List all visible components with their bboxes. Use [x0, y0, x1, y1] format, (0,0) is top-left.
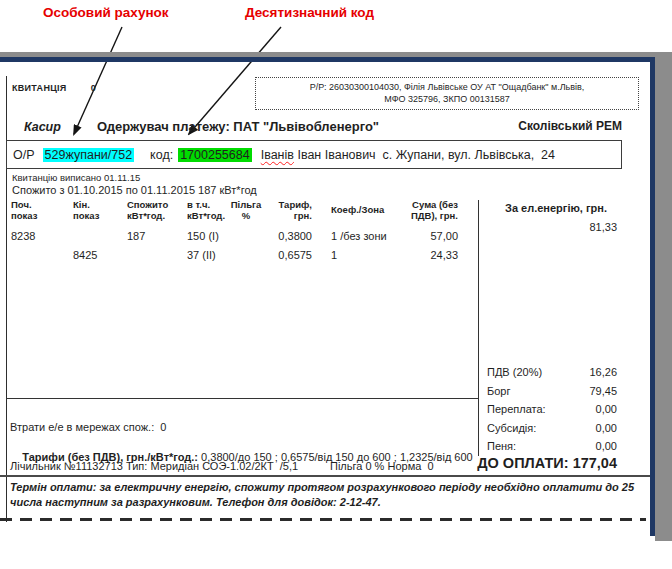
consumed-line: Спожито з 01.10.2015 по 01.11.2015 187 к… — [12, 184, 257, 196]
meter-line: Лічильник №11132713 Тип: Меридіан СОЭ-1.… — [10, 460, 298, 472]
table-vertical-divider — [478, 200, 479, 456]
bank-line1: Р/Р: 26030300104030, Філія Львівське ОУ … — [256, 82, 638, 94]
table-cell: 1 — [326, 249, 404, 268]
table-cell: 24,33 — [404, 249, 478, 268]
table-cell — [118, 249, 176, 268]
summary-block: ПДВ (20%)16,26 Борг79,45 Переплата:0,00 … — [487, 366, 617, 459]
header-vtch: в т.ч.кВт*год. — [176, 200, 226, 225]
table-bottom-rule — [6, 398, 478, 399]
header-koef-zona: Коеф./Зона — [326, 200, 404, 230]
account-number-highlight: 529жупани/752 — [43, 148, 135, 162]
header-suma: Сума (безПДВ), грн. — [404, 200, 478, 225]
table-cell: 0,6575 — [266, 249, 326, 268]
table-cell: 0,3800 — [266, 230, 326, 249]
summary-row: Переплата:0,00 — [487, 403, 617, 422]
window-frame-right-gray — [655, 52, 672, 541]
table-cell: 187 — [118, 230, 176, 249]
header-pilga: Пільга% — [226, 200, 266, 225]
branch-name: Сколівський РЕМ — [460, 119, 622, 133]
table-cell: 37 (II) — [176, 249, 226, 268]
account-prefix: О/Р — [13, 148, 35, 162]
energy-total-label: За ел.енергію, грн. — [505, 202, 607, 214]
window-frame-top-navy — [0, 57, 655, 62]
annotation-account-label: Особовий рахунок — [43, 5, 169, 20]
customer-surname: Іванів — [261, 148, 294, 162]
customer-address: Іван Іванович с. Жупани, вул. Львівська,… — [294, 148, 555, 162]
pilga-norm-line: Пільга 0 % Норма 0 — [330, 460, 434, 472]
table-cell: 57,00 — [404, 230, 478, 249]
code-label: код: — [150, 148, 173, 162]
total-due-label: ДО ОПЛАТИ: — [477, 455, 568, 471]
summary-row: ПДВ (20%)16,26 — [487, 366, 617, 385]
table-cell: 8238 — [6, 230, 64, 249]
arrow-to-account-icon — [74, 27, 122, 134]
header-taryf: Тариф,грн. — [266, 200, 326, 225]
receipt-page: Особовий рахунок Десятизначний код КВИТА… — [0, 0, 672, 569]
cut-dashed-line — [0, 518, 646, 521]
header-poch-pokaz: Поч.показ — [6, 200, 64, 225]
payment-terms-text: Термін оплати: за електричну енергію, сп… — [10, 480, 638, 509]
table-cell: 1 /без зони — [326, 230, 404, 249]
kvytantsiya-line: КВИТАНЦІЯ0 — [12, 83, 96, 93]
table-cell — [226, 230, 266, 249]
code-value-highlight: 1700255684 — [178, 148, 252, 162]
bank-details-box: Р/Р: 26030300104030, Філія Львівське ОУ … — [255, 77, 639, 110]
window-frame-right-navy — [650, 57, 655, 536]
summary-row: Борг79,45 — [487, 385, 617, 404]
customer-info: Іванів Іван Іванович с. Жупани, вул. Льв… — [261, 148, 555, 162]
header-spozhyto: СпожитокВт*год. — [118, 200, 176, 225]
issued-date-line: Квитанцію виписано 01.11.15 — [12, 172, 140, 183]
meter-table: Поч.показ Кін.показ СпожитокВт*год. в т.… — [6, 200, 478, 268]
terms-top-rule — [0, 475, 650, 477]
account-row: О/Р 529жупани/752 код: 1700255684 Іванів… — [6, 140, 622, 169]
energy-total-value: 81,33 — [500, 221, 617, 233]
table-cell — [64, 230, 118, 249]
kvytantsiya-label: КВИТАНЦІЯ — [12, 83, 67, 93]
table-cell — [6, 249, 64, 268]
table-cell — [226, 249, 266, 268]
total-due-value: 177,04 — [573, 455, 617, 471]
bank-line2: МФО 325796, ЗКПО 00131587 — [256, 94, 638, 106]
kvytantsiya-number: 0 — [91, 83, 96, 93]
kasyr-label: Касир — [24, 120, 61, 134]
table-cell: 150 (I) — [176, 230, 226, 249]
summary-row: Субсидія:0,00 — [487, 422, 617, 441]
payee-title: Одержувач платежу: ПАТ "Львівобленерго" — [97, 119, 379, 134]
header-kin-pokaz: Кін.показ — [64, 200, 118, 225]
table-cell: 8425 — [64, 249, 118, 268]
annotation-code-label: Десятизначний код — [245, 5, 374, 20]
losses-line: Втрати е/е в мережах спож.: 0 — [10, 421, 166, 433]
